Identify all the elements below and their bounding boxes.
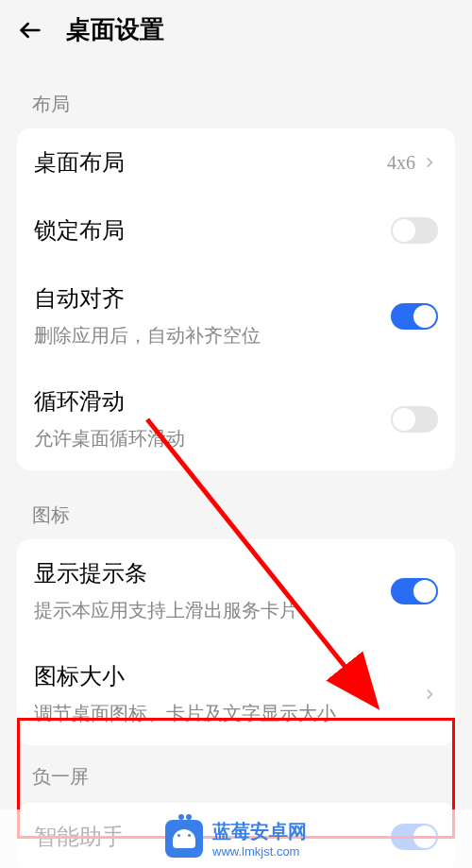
- watermark-title: 蓝莓安卓网: [212, 819, 307, 844]
- section-label-minus-one: 负一屏: [0, 764, 472, 790]
- loop-scroll-title: 循环滑动: [34, 386, 391, 417]
- watermark-logo-icon: [165, 820, 203, 858]
- back-icon[interactable]: [15, 15, 45, 45]
- desktop-layout-row[interactable]: 桌面布局 4x6: [17, 128, 455, 196]
- show-tip-switch[interactable]: [391, 578, 438, 604]
- watermark: 蓝莓安卓网 www.lmkjst.com: [0, 809, 472, 868]
- icon-size-sub: 调节桌面图标、卡片及文字显示大小: [34, 701, 421, 726]
- section-label-layout: 布局: [0, 92, 472, 117]
- icon-size-title: 图标大小: [34, 661, 421, 691]
- auto-align-switch[interactable]: [391, 303, 438, 330]
- loop-scroll-sub: 允许桌面循环滑动: [34, 426, 391, 451]
- show-tip-row: 显示提示条 提示本应用支持上滑出服务卡片: [17, 539, 455, 642]
- show-tip-title: 显示提示条: [34, 558, 391, 588]
- lock-layout-switch[interactable]: [391, 217, 438, 244]
- chevron-right-icon: [421, 154, 438, 171]
- auto-align-title: 自动对齐: [34, 283, 391, 314]
- show-tip-sub: 提示本应用支持上滑出服务卡片: [34, 598, 391, 623]
- desktop-layout-title: 桌面布局: [34, 147, 387, 178]
- layout-card: 桌面布局 4x6 锁定布局 自动对齐 删除应用后，自动补齐空位 循环滑动 允许桌…: [17, 128, 455, 470]
- loop-scroll-row: 循环滑动 允许桌面循环滑动: [17, 367, 455, 470]
- section-label-icons: 图标: [0, 502, 472, 528]
- auto-align-row: 自动对齐 删除应用后，自动补齐空位: [17, 264, 455, 367]
- icons-card: 显示提示条 提示本应用支持上滑出服务卡片 图标大小 调节桌面图标、卡片及文字显示…: [17, 539, 455, 745]
- lock-layout-row: 锁定布局: [17, 196, 455, 264]
- page-title: 桌面设置: [66, 13, 164, 46]
- watermark-url: www.lmkjst.com: [212, 844, 307, 859]
- auto-align-sub: 删除应用后，自动补齐空位: [34, 323, 391, 349]
- loop-scroll-switch[interactable]: [391, 406, 438, 433]
- icon-size-row[interactable]: 图标大小 调节桌面图标、卡片及文字显示大小: [17, 642, 455, 745]
- lock-layout-title: 锁定布局: [34, 215, 391, 246]
- chevron-right-icon: [421, 686, 438, 703]
- desktop-layout-value: 4x6: [387, 152, 415, 174]
